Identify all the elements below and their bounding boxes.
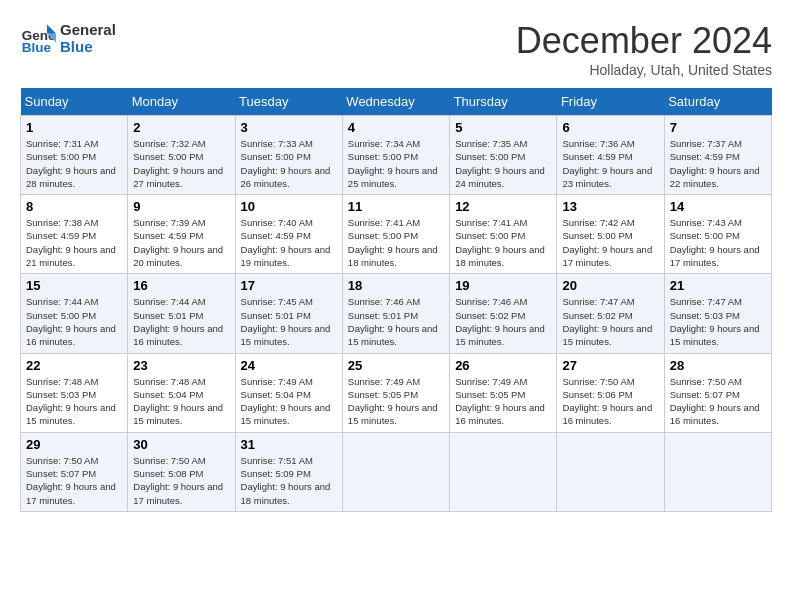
day-info: Sunrise: 7:49 AMSunset: 5:04 PMDaylight:… <box>241 375 337 428</box>
day-info: Sunrise: 7:35 AMSunset: 5:00 PMDaylight:… <box>455 137 551 190</box>
day-number: 20 <box>562 278 658 293</box>
calendar-cell: 3Sunrise: 7:33 AMSunset: 5:00 PMDaylight… <box>235 116 342 195</box>
day-number: 22 <box>26 358 122 373</box>
day-number: 4 <box>348 120 444 135</box>
day-info: Sunrise: 7:46 AMSunset: 5:01 PMDaylight:… <box>348 295 444 348</box>
logo-line2: Blue <box>60 38 116 55</box>
calendar-cell: 1Sunrise: 7:31 AMSunset: 5:00 PMDaylight… <box>21 116 128 195</box>
day-number: 9 <box>133 199 229 214</box>
calendar-cell: 25Sunrise: 7:49 AMSunset: 5:05 PMDayligh… <box>342 353 449 432</box>
day-info: Sunrise: 7:51 AMSunset: 5:09 PMDaylight:… <box>241 454 337 507</box>
day-number: 3 <box>241 120 337 135</box>
day-info: Sunrise: 7:39 AMSunset: 4:59 PMDaylight:… <box>133 216 229 269</box>
day-header-friday: Friday <box>557 88 664 116</box>
calendar-cell: 14Sunrise: 7:43 AMSunset: 5:00 PMDayligh… <box>664 195 771 274</box>
day-number: 7 <box>670 120 766 135</box>
calendar-cell: 21Sunrise: 7:47 AMSunset: 5:03 PMDayligh… <box>664 274 771 353</box>
day-number: 17 <box>241 278 337 293</box>
day-number: 8 <box>26 199 122 214</box>
calendar-week-row: 29Sunrise: 7:50 AMSunset: 5:07 PMDayligh… <box>21 432 772 511</box>
day-number: 21 <box>670 278 766 293</box>
calendar-cell: 18Sunrise: 7:46 AMSunset: 5:01 PMDayligh… <box>342 274 449 353</box>
day-info: Sunrise: 7:47 AMSunset: 5:03 PMDaylight:… <box>670 295 766 348</box>
calendar-cell: 30Sunrise: 7:50 AMSunset: 5:08 PMDayligh… <box>128 432 235 511</box>
day-header-sunday: Sunday <box>21 88 128 116</box>
calendar-week-row: 22Sunrise: 7:48 AMSunset: 5:03 PMDayligh… <box>21 353 772 432</box>
day-number: 24 <box>241 358 337 373</box>
calendar-header-row: SundayMondayTuesdayWednesdayThursdayFrid… <box>21 88 772 116</box>
day-info: Sunrise: 7:42 AMSunset: 5:00 PMDaylight:… <box>562 216 658 269</box>
day-info: Sunrise: 7:31 AMSunset: 5:00 PMDaylight:… <box>26 137 122 190</box>
calendar-week-row: 8Sunrise: 7:38 AMSunset: 4:59 PMDaylight… <box>21 195 772 274</box>
day-info: Sunrise: 7:33 AMSunset: 5:00 PMDaylight:… <box>241 137 337 190</box>
calendar-cell <box>450 432 557 511</box>
day-number: 30 <box>133 437 229 452</box>
calendar-cell: 12Sunrise: 7:41 AMSunset: 5:00 PMDayligh… <box>450 195 557 274</box>
day-number: 5 <box>455 120 551 135</box>
calendar-cell: 15Sunrise: 7:44 AMSunset: 5:00 PMDayligh… <box>21 274 128 353</box>
day-number: 12 <box>455 199 551 214</box>
day-info: Sunrise: 7:37 AMSunset: 4:59 PMDaylight:… <box>670 137 766 190</box>
calendar-cell: 6Sunrise: 7:36 AMSunset: 4:59 PMDaylight… <box>557 116 664 195</box>
day-info: Sunrise: 7:50 AMSunset: 5:06 PMDaylight:… <box>562 375 658 428</box>
day-number: 25 <box>348 358 444 373</box>
calendar-cell: 24Sunrise: 7:49 AMSunset: 5:04 PMDayligh… <box>235 353 342 432</box>
day-info: Sunrise: 7:47 AMSunset: 5:02 PMDaylight:… <box>562 295 658 348</box>
day-number: 26 <box>455 358 551 373</box>
day-number: 27 <box>562 358 658 373</box>
day-info: Sunrise: 7:41 AMSunset: 5:00 PMDaylight:… <box>455 216 551 269</box>
calendar-cell: 22Sunrise: 7:48 AMSunset: 5:03 PMDayligh… <box>21 353 128 432</box>
day-info: Sunrise: 7:50 AMSunset: 5:08 PMDaylight:… <box>133 454 229 507</box>
day-header-tuesday: Tuesday <box>235 88 342 116</box>
day-number: 6 <box>562 120 658 135</box>
calendar-cell: 26Sunrise: 7:49 AMSunset: 5:05 PMDayligh… <box>450 353 557 432</box>
day-info: Sunrise: 7:32 AMSunset: 5:00 PMDaylight:… <box>133 137 229 190</box>
day-info: Sunrise: 7:48 AMSunset: 5:03 PMDaylight:… <box>26 375 122 428</box>
day-header-saturday: Saturday <box>664 88 771 116</box>
day-number: 15 <box>26 278 122 293</box>
calendar-cell: 23Sunrise: 7:48 AMSunset: 5:04 PMDayligh… <box>128 353 235 432</box>
day-number: 1 <box>26 120 122 135</box>
month-title: December 2024 <box>516 20 772 62</box>
calendar-cell: 17Sunrise: 7:45 AMSunset: 5:01 PMDayligh… <box>235 274 342 353</box>
calendar-cell: 16Sunrise: 7:44 AMSunset: 5:01 PMDayligh… <box>128 274 235 353</box>
day-info: Sunrise: 7:50 AMSunset: 5:07 PMDaylight:… <box>670 375 766 428</box>
day-header-monday: Monday <box>128 88 235 116</box>
calendar-cell: 4Sunrise: 7:34 AMSunset: 5:00 PMDaylight… <box>342 116 449 195</box>
day-info: Sunrise: 7:50 AMSunset: 5:07 PMDaylight:… <box>26 454 122 507</box>
day-header-thursday: Thursday <box>450 88 557 116</box>
title-area: December 2024 Holladay, Utah, United Sta… <box>516 20 772 78</box>
day-info: Sunrise: 7:34 AMSunset: 5:00 PMDaylight:… <box>348 137 444 190</box>
day-number: 2 <box>133 120 229 135</box>
calendar-cell: 9Sunrise: 7:39 AMSunset: 4:59 PMDaylight… <box>128 195 235 274</box>
calendar-cell: 29Sunrise: 7:50 AMSunset: 5:07 PMDayligh… <box>21 432 128 511</box>
calendar-cell: 5Sunrise: 7:35 AMSunset: 5:00 PMDaylight… <box>450 116 557 195</box>
calendar-cell: 11Sunrise: 7:41 AMSunset: 5:00 PMDayligh… <box>342 195 449 274</box>
calendar-cell: 8Sunrise: 7:38 AMSunset: 4:59 PMDaylight… <box>21 195 128 274</box>
calendar-cell <box>342 432 449 511</box>
calendar-cell: 2Sunrise: 7:32 AMSunset: 5:00 PMDaylight… <box>128 116 235 195</box>
day-number: 23 <box>133 358 229 373</box>
calendar-cell <box>664 432 771 511</box>
calendar-cell: 28Sunrise: 7:50 AMSunset: 5:07 PMDayligh… <box>664 353 771 432</box>
calendar-body: 1Sunrise: 7:31 AMSunset: 5:00 PMDaylight… <box>21 116 772 512</box>
calendar-cell: 27Sunrise: 7:50 AMSunset: 5:06 PMDayligh… <box>557 353 664 432</box>
calendar-cell <box>557 432 664 511</box>
day-number: 10 <box>241 199 337 214</box>
day-info: Sunrise: 7:44 AMSunset: 5:01 PMDaylight:… <box>133 295 229 348</box>
day-number: 19 <box>455 278 551 293</box>
day-info: Sunrise: 7:43 AMSunset: 5:00 PMDaylight:… <box>670 216 766 269</box>
location-subtitle: Holladay, Utah, United States <box>516 62 772 78</box>
calendar-week-row: 1Sunrise: 7:31 AMSunset: 5:00 PMDaylight… <box>21 116 772 195</box>
svg-text:Blue: Blue <box>22 40 52 55</box>
day-info: Sunrise: 7:41 AMSunset: 5:00 PMDaylight:… <box>348 216 444 269</box>
calendar-cell: 7Sunrise: 7:37 AMSunset: 4:59 PMDaylight… <box>664 116 771 195</box>
calendar-cell: 13Sunrise: 7:42 AMSunset: 5:00 PMDayligh… <box>557 195 664 274</box>
day-number: 18 <box>348 278 444 293</box>
day-info: Sunrise: 7:44 AMSunset: 5:00 PMDaylight:… <box>26 295 122 348</box>
day-info: Sunrise: 7:46 AMSunset: 5:02 PMDaylight:… <box>455 295 551 348</box>
calendar-table: SundayMondayTuesdayWednesdayThursdayFrid… <box>20 88 772 512</box>
day-info: Sunrise: 7:49 AMSunset: 5:05 PMDaylight:… <box>348 375 444 428</box>
logo-icon: General Blue <box>20 20 56 56</box>
day-number: 29 <box>26 437 122 452</box>
